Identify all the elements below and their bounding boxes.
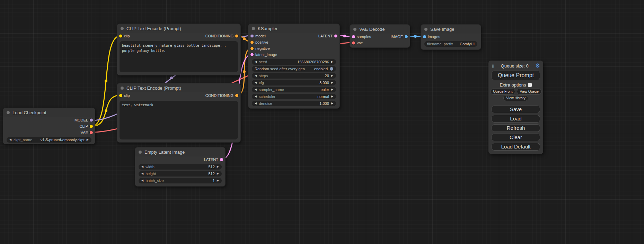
- widget-denoise[interactable]: ◀ denoise 1.000 ▶: [252, 101, 336, 106]
- arrow-right-icon[interactable]: ▶: [217, 172, 219, 175]
- vae-output-dot[interactable]: [90, 131, 93, 134]
- latent-output-dot[interactable]: [220, 158, 223, 161]
- view-queue-button[interactable]: View Queue: [517, 89, 541, 94]
- node-vae-decode[interactable]: VAE Decode samples IMAGE vae: [350, 24, 410, 48]
- arrow-left-icon[interactable]: ◀: [141, 172, 143, 175]
- node-title-bar[interactable]: CLIP Text Encode (Prompt): [117, 24, 240, 33]
- collapse-dot-icon[interactable]: [121, 27, 124, 30]
- arrow-right-icon[interactable]: ▶: [331, 88, 333, 91]
- node-empty-latent-image[interactable]: Empty Latent Image LATENT ◀ width 512 ▶ …: [135, 147, 226, 187]
- widget-filename-prefix[interactable]: filename_prefix ComfyUI: [424, 41, 477, 47]
- collapse-dot-icon[interactable]: [424, 28, 427, 31]
- arrow-left-icon[interactable]: ◀: [255, 81, 257, 84]
- widget-name: steps: [259, 74, 268, 78]
- arrow-right-icon[interactable]: ▶: [331, 95, 333, 98]
- clip-output-dot[interactable]: [90, 125, 93, 128]
- node-ksampler[interactable]: KSampler model LATENT positive negative …: [248, 24, 340, 109]
- widget-sampler-name[interactable]: ◀ sampler_name euler ▶: [252, 87, 336, 92]
- settings-gear-icon[interactable]: ⚙: [535, 63, 540, 69]
- slot-label: vae: [357, 41, 363, 45]
- collapse-dot-icon[interactable]: [7, 111, 10, 114]
- arrow-right-icon[interactable]: ▶: [217, 179, 219, 182]
- widget-steps[interactable]: ◀ steps 20 ▶: [252, 73, 336, 79]
- widget-scheduler[interactable]: ◀ scheduler normal ▶: [252, 94, 336, 99]
- widget-width[interactable]: ◀ width 512 ▶: [139, 164, 222, 170]
- widget-height[interactable]: ◀ height 512 ▶: [139, 171, 222, 177]
- positive-input-dot[interactable]: [250, 41, 254, 44]
- widget-name: scheduler: [259, 94, 275, 99]
- model-output-dot[interactable]: [90, 119, 93, 122]
- arrow-left-icon[interactable]: ◀: [255, 74, 257, 77]
- vae-input-dot[interactable]: [352, 42, 355, 45]
- images-input-dot[interactable]: [423, 35, 426, 38]
- collapse-dot-icon[interactable]: [139, 151, 142, 154]
- link-clip-to-negative-prompt: [91, 95, 121, 126]
- arrow-right-icon[interactable]: ▶: [331, 61, 333, 63]
- refresh-button[interactable]: Refresh: [492, 124, 540, 132]
- link-midpoint-dot: [243, 70, 246, 73]
- slot-label: negative: [255, 46, 270, 51]
- node-clip-text-encode-positive[interactable]: CLIP Text Encode (Prompt) clip CONDITION…: [117, 24, 241, 75]
- collapse-dot-icon[interactable]: [252, 27, 255, 30]
- node-load-checkpoint[interactable]: Load Checkpoint MODEL CLIP VAE ◀ ckpt_na…: [3, 108, 95, 144]
- widget-value: enabled: [314, 67, 328, 71]
- slot-label: images: [428, 35, 440, 39]
- extra-options-checkbox[interactable]: [528, 83, 532, 87]
- save-button[interactable]: Save: [492, 106, 540, 113]
- arrow-right-icon[interactable]: ▶: [331, 102, 333, 105]
- arrow-left-icon[interactable]: ◀: [255, 88, 257, 91]
- drag-handle-icon[interactable]: ⣿: [492, 63, 494, 68]
- arrow-left-icon[interactable]: ◀: [141, 179, 143, 182]
- arrow-right-icon[interactable]: ▶: [331, 81, 333, 84]
- node-title-bar[interactable]: Save Image: [421, 25, 481, 34]
- collapse-dot-icon[interactable]: [353, 28, 356, 31]
- widget-seed[interactable]: ◀ seed 156680208700286 ▶: [252, 59, 336, 65]
- arrow-right-icon[interactable]: ▶: [87, 138, 89, 141]
- queue-front-button[interactable]: Queue Front: [490, 89, 515, 94]
- toggle-dot-icon[interactable]: [330, 67, 333, 71]
- latent-output-dot[interactable]: [334, 35, 337, 38]
- negative-input-dot[interactable]: [250, 47, 254, 50]
- arrow-left-icon[interactable]: ◀: [141, 165, 143, 168]
- positive-prompt-textarea[interactable]: beautiful scenery nature glass bottle la…: [120, 41, 238, 72]
- arrow-left-icon[interactable]: ◀: [255, 61, 257, 63]
- collapse-dot-icon[interactable]: [121, 87, 124, 90]
- clip-input-dot[interactable]: [119, 35, 122, 38]
- node-save-image[interactable]: Save Image images filename_prefix ComfyU…: [421, 24, 481, 50]
- queue-prompt-button[interactable]: Queue Prompt: [492, 71, 540, 80]
- samples-input-dot[interactable]: [352, 35, 355, 38]
- node-title-bar[interactable]: VAE Decode: [350, 25, 410, 34]
- clear-button[interactable]: Clear: [492, 134, 540, 141]
- load-button[interactable]: Load: [492, 115, 540, 123]
- conditioning-output-dot[interactable]: [235, 35, 238, 38]
- conditioning-output-dot[interactable]: [235, 94, 238, 97]
- clip-input-dot[interactable]: [119, 94, 122, 97]
- node-title-bar[interactable]: Empty Latent Image: [135, 147, 225, 156]
- load-default-button[interactable]: Load Default: [492, 143, 540, 151]
- node-clip-text-encode-negative[interactable]: CLIP Text Encode (Prompt) clip CONDITION…: [117, 83, 241, 143]
- link-midpoint-dot: [414, 35, 417, 38]
- node-title-bar[interactable]: Load Checkpoint: [3, 108, 95, 117]
- widget-name: filename_prefix: [427, 42, 453, 46]
- negative-prompt-textarea[interactable]: text, watermark: [120, 101, 238, 139]
- image-output-dot[interactable]: [405, 35, 408, 38]
- arrow-left-icon[interactable]: ◀: [255, 95, 257, 98]
- arrow-right-icon[interactable]: ▶: [331, 74, 333, 77]
- arrow-left-icon[interactable]: ◀: [255, 102, 257, 105]
- widget-ckpt-name[interactable]: ◀ ckpt_name v1-5-pruned-emaonly.ckpt ▶: [7, 137, 91, 143]
- slot-row: samples IMAGE: [350, 34, 410, 40]
- widget-batch-size[interactable]: ◀ batch_size 1 ▶: [139, 178, 222, 183]
- output-slot-vae: VAE: [3, 129, 95, 136]
- node-title-bar[interactable]: KSampler: [248, 24, 339, 33]
- latent-image-input-dot[interactable]: [250, 53, 254, 56]
- view-history-button[interactable]: View History: [503, 95, 528, 101]
- model-input-dot[interactable]: [250, 35, 254, 38]
- widget-name: ckpt_name: [14, 138, 32, 142]
- slot-label: positive: [255, 40, 268, 44]
- arrow-right-icon[interactable]: ▶: [217, 165, 219, 168]
- widget-random-seed-toggle[interactable]: Random seed after every gen enabled: [252, 66, 336, 72]
- widget-cfg[interactable]: ◀ cfg 8.000 ▶: [252, 80, 336, 85]
- queue-buttons-row: Queue Front View Queue: [488, 89, 543, 94]
- arrow-left-icon[interactable]: ◀: [9, 138, 11, 141]
- node-title-bar[interactable]: CLIP Text Encode (Prompt): [117, 83, 240, 92]
